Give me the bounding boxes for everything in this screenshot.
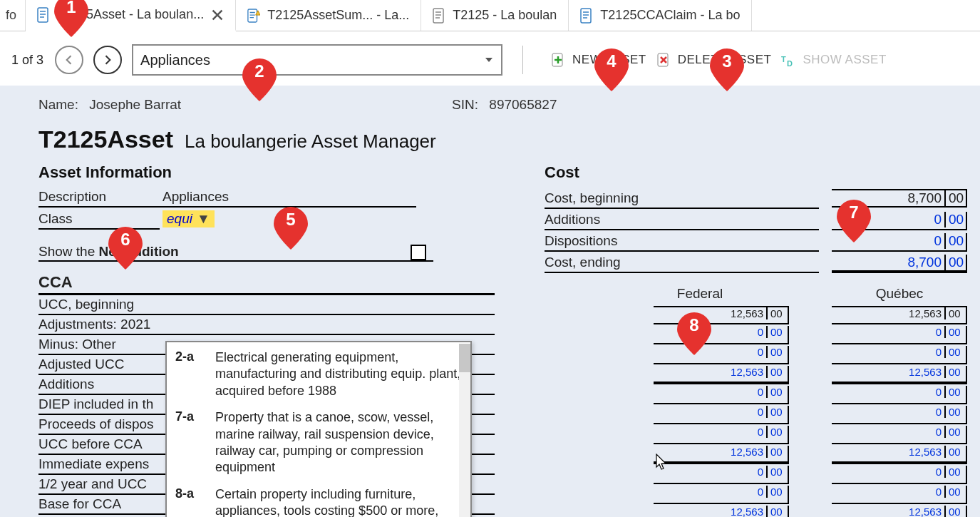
tab-t2125assetsum[interactable]: T2125AssetSum... - La... [236,0,421,31]
callout-badge-7: 7 [835,198,872,244]
callout-badge-8: 8 [676,311,713,357]
next-button[interactable] [93,46,122,74]
asset-info-heading: Asset Information [38,163,495,182]
tab-label: T2125CCAClaim - La bo [600,8,740,23]
quebec-header: Québec [832,286,967,302]
quebec-cell[interactable]: 12,56300 [832,306,967,324]
fed-quebec-grid: 12,5630012,5630000000000000012,5630012,5… [545,306,967,517]
federal-cell[interactable]: 000 [654,346,789,364]
description-field: Description Appliances [38,189,495,208]
show-asset-icon: TD [781,52,797,68]
cost-disp-label: Dispositions [545,233,819,252]
class-dropdown[interactable]: 2-aElectrical generating equipment, manu… [165,341,472,517]
page-title: T2125Asset La boulangerie Asset Manager [38,126,967,153]
federal-cell[interactable]: 000 [654,326,789,344]
callout-badge-4: 4 [593,47,630,93]
callout-badge-1: 1 [53,0,90,39]
document-icon [37,7,50,23]
federal-cell[interactable]: 000 [654,466,789,484]
sin-value: 897065827 [489,97,557,112]
asset-select[interactable]: Appliances [132,44,502,76]
svg-rect-4 [581,9,591,23]
toolbar: 1 of 3 Appliances NEW ASSET DELETE ASSET… [0,31,980,86]
cost-add-label: Additions [545,212,819,230]
plus-document-icon [551,52,567,68]
sin-label: SIN: [452,97,478,112]
tab-bar: fo T2125Asset - La boulan... T2125AssetS… [0,0,980,31]
cost-end-cell[interactable]: 8,700 00 [832,255,967,273]
cost-begin-label: Cost, beginning [545,190,819,209]
cost-grid: Cost, beginning 8,700 00 Additions 0 00 … [545,189,967,273]
svg-text:T: T [781,55,786,63]
cost-end-label: Cost, ending [545,255,819,273]
callout-badge-5: 5 [272,205,309,251]
cursor-icon [656,454,669,474]
delete-document-icon [656,52,672,68]
tab-label: T2125AssetSum... - La... [267,8,409,23]
record-counter: 1 of 3 [11,53,43,68]
fed-quebec-headers: Federal Québec [545,286,967,302]
callout-badge-2: 2 [241,57,278,103]
close-icon[interactable] [211,9,224,21]
cca-heading: CCA [38,272,495,295]
name-label: Name: [38,97,78,112]
document-warning-icon [247,8,260,24]
cost-heading: Cost [545,163,967,182]
asset-select-value: Appliances [140,52,210,68]
quebec-cell[interactable]: 000 [832,346,967,364]
form-area: Name: Josephe Barrat SIN: 897065827 T212… [0,86,980,517]
svg-rect-3 [433,9,443,23]
tab-partial[interactable]: fo [0,0,26,31]
federal-cell[interactable]: 000 [654,406,789,424]
callout-badge-3: 3 [708,47,746,93]
quebec-cell[interactable]: 000 [832,466,967,484]
show-net-addition: Show the Net Addition [38,244,433,262]
tab-t2125[interactable]: T2125 - La boulan [421,0,569,31]
checkbox[interactable] [411,245,426,260]
federal-header: Federal [632,286,768,302]
prev-button[interactable] [55,46,83,74]
quebec-cell[interactable]: 12,56300 [832,366,967,384]
tab-label: T2125 - La boulan [453,8,557,23]
tab-t2125ccaclaim[interactable]: T2125CCAClaim - La bo [569,0,752,31]
svg-rect-0 [38,8,48,22]
quebec-cell[interactable]: 000 [832,406,967,424]
svg-text:D: D [787,59,793,68]
document-icon [433,8,445,24]
quebec-cell[interactable]: 000 [832,486,967,504]
scrollbar-thumb[interactable] [459,344,470,372]
dropdown-item[interactable]: 2-aElectrical generating equipment, manu… [167,347,470,406]
dropdown-item[interactable]: 8-aCertain property including furniture,… [167,483,470,517]
document-icon [580,8,593,24]
federal-cell[interactable]: 000 [654,386,789,404]
federal-cell[interactable]: 12,56300 [654,366,789,384]
callout-badge-6: 6 [107,225,144,271]
quebec-cell[interactable]: 000 [832,386,967,404]
meta-row: Name: Josephe Barrat SIN: 897065827 [38,97,967,113]
quebec-cell[interactable]: 12,56300 [832,446,967,464]
class-input[interactable]: equi ▼ [163,210,215,227]
show-asset-button[interactable]: TD SHOW ASSET [781,52,886,68]
description-label: Description [38,189,160,208]
federal-cell[interactable]: 000 [654,426,789,444]
svg-rect-1 [248,9,257,22]
chevron-down-icon [484,52,494,68]
cca-row: UCC, beginning [38,295,495,315]
federal-cell[interactable]: 000 [654,486,789,504]
chevron-down-icon: ▼ [197,211,210,227]
cca-row: Adjustments: 2021 [38,315,495,335]
federal-cell[interactable]: 12,56300 [654,506,789,517]
toolbar-divider [522,46,537,74]
federal-cell[interactable]: 12,56300 [654,306,789,324]
quebec-cell[interactable]: 12,56300 [832,506,967,517]
dropdown-item[interactable]: 7-aProperty that is a canoe, scow, vesse… [167,406,470,483]
quebec-cell[interactable]: 000 [832,426,967,444]
quebec-cell[interactable]: 000 [832,326,967,344]
federal-cell[interactable]: 12,56300 [654,446,789,464]
name-value: Josephe Barrat [89,97,181,112]
